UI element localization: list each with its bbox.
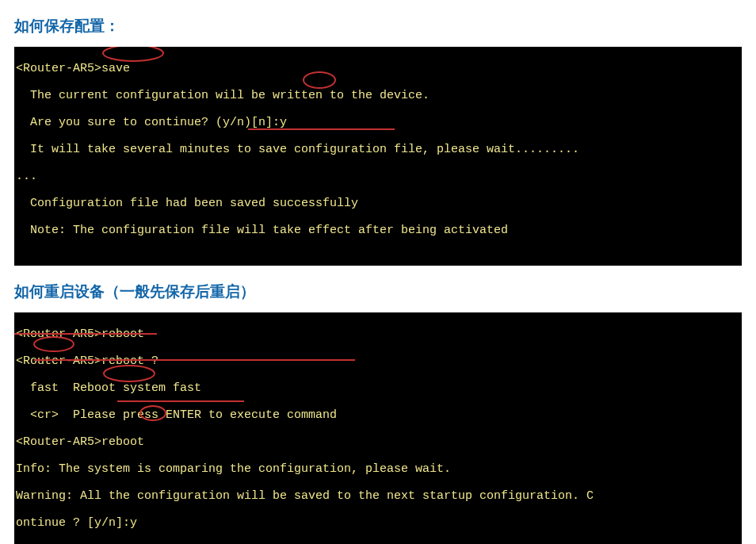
- term-line: ...: [16, 170, 740, 183]
- svg-point-0: [103, 47, 163, 61]
- term-line: <Router-AR5>reboot ?: [16, 354, 740, 368]
- term-line: Warning: All the configuration will be s…: [16, 489, 740, 503]
- term-line: <Router-AR5>reboot: [16, 328, 740, 341]
- heading-reboot-device: 如何重启设备（一般先保存后重启）: [0, 266, 756, 310]
- term-line: Configuration file had been saved succes…: [16, 197, 740, 210]
- term-line: <Router-AR5>reboot: [16, 435, 740, 449]
- terminal-save-config: <Router-AR5>save The current configurati…: [14, 44, 742, 266]
- term-line: fast Reboot system fast: [16, 381, 740, 395]
- term-line: <Router-AR5>save: [16, 62, 740, 75]
- term-line: Are you sure to continue? (y/n)[n]:y: [16, 116, 740, 129]
- heading-save-config: 如何保存配置：: [0, 0, 756, 44]
- term-line: ontinue ? [y/n]:y: [16, 516, 740, 530]
- term-line: The current configuration will be writte…: [16, 89, 740, 102]
- term-line: Info: The system is comparing the config…: [16, 462, 740, 476]
- term-line: Note: The configuration file will take e…: [16, 224, 740, 237]
- term-line: It will take several minutes to save con…: [16, 143, 740, 156]
- svg-point-6: [104, 366, 155, 381]
- terminal-reboot-device: <Router-AR5>reboot <Router-AR5>reboot ? …: [14, 310, 742, 544]
- term-line: <cr> Please press ENTER to execute comma…: [16, 408, 740, 422]
